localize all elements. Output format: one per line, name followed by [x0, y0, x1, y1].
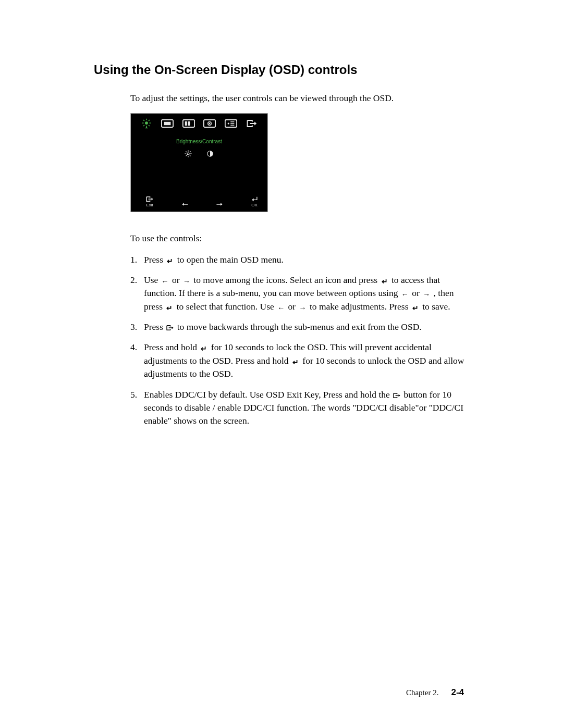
page-footer: Chapter 2. 2-4 — [406, 687, 464, 698]
page-title: Using the On-Screen Display (OSD) contro… — [94, 63, 469, 77]
svg-marker-36 — [152, 198, 153, 200]
enter-icon: ↵ — [199, 346, 209, 353]
image-properties-icon — [202, 118, 217, 129]
exit-label: Exit — [146, 203, 153, 207]
enter-icon: ↵ — [411, 304, 420, 312]
svg-rect-13 — [185, 121, 187, 126]
svg-line-7 — [149, 120, 150, 121]
svg-marker-45 — [399, 394, 400, 397]
step-4: Press and hold ↵ for 10 seconds to lock … — [130, 341, 469, 380]
enter-icon: ↵ — [165, 257, 175, 265]
exit-icon — [392, 392, 401, 399]
image-setup-icon — [181, 118, 196, 129]
svg-line-31 — [190, 155, 191, 156]
right-arrow-icon: → — [422, 291, 431, 298]
svg-marker-40 — [221, 203, 223, 206]
svg-line-6 — [149, 125, 150, 126]
sub-brightness-icon — [184, 150, 192, 158]
exit-icon — [244, 118, 259, 129]
step-2: Use ← or → to move among the icons. Sele… — [130, 274, 469, 313]
steps-list: Press ↵ to open the main OSD menu. Use ←… — [130, 253, 469, 428]
ok-label: OK — [251, 203, 258, 207]
svg-line-5 — [143, 120, 144, 121]
right-arrow-icon: → — [298, 304, 308, 312]
left-arrow-icon: ← — [161, 278, 170, 285]
svg-line-33 — [186, 155, 187, 156]
svg-line-32 — [190, 151, 191, 152]
enter-icon: ↵ — [380, 278, 389, 285]
right-arrow-icon: → — [182, 278, 191, 285]
exit-icon — [165, 324, 175, 331]
svg-marker-38 — [182, 203, 184, 206]
osd-figure: Brightness/Contrast Exit — [130, 113, 268, 212]
subhead-text: To use the controls: — [130, 233, 469, 244]
chapter-label: Chapter 2. — [406, 688, 438, 697]
svg-point-0 — [145, 121, 148, 125]
svg-line-8 — [143, 125, 144, 126]
enter-icon: ↵ — [165, 304, 174, 312]
svg-rect-11 — [164, 121, 171, 125]
page-number: 2-4 — [451, 687, 464, 698]
sub-contrast-icon — [206, 150, 214, 158]
left-arrow-icon: ← — [400, 291, 410, 298]
brightness-icon — [139, 118, 154, 129]
svg-line-30 — [186, 151, 187, 152]
bottom-left-arrow-icon — [181, 201, 189, 207]
osd-menu-label: Brightness/Contrast — [136, 139, 262, 144]
svg-point-25 — [187, 153, 189, 155]
svg-point-19 — [227, 122, 229, 124]
svg-marker-41 — [252, 198, 254, 201]
bottom-enter-icon — [251, 196, 258, 202]
svg-marker-24 — [254, 121, 256, 125]
svg-marker-43 — [172, 327, 174, 329]
left-arrow-icon: ← — [276, 304, 286, 312]
enter-icon: ↵ — [291, 359, 300, 366]
bottom-exit-icon — [145, 196, 154, 202]
svg-rect-14 — [188, 121, 190, 126]
bottom-right-arrow-icon — [216, 201, 223, 207]
options-icon — [224, 118, 238, 129]
svg-marker-9 — [145, 127, 148, 128]
step-1: Press ↵ to open the main OSD menu. — [130, 253, 469, 266]
image-position-icon — [160, 118, 175, 129]
svg-point-17 — [209, 122, 210, 124]
intro-text: To adjust the settings, the user control… — [130, 92, 469, 105]
step-5: Enables DDC/CI by default. Use OSD Exit … — [130, 388, 469, 428]
step-3: Press to move backwards through the sub-… — [130, 320, 469, 334]
